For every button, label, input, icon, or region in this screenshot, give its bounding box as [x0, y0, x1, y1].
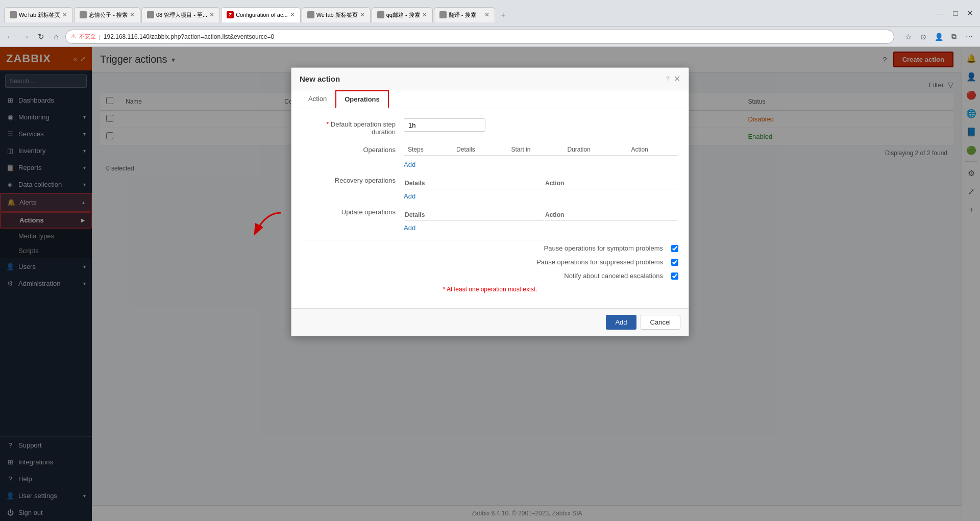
- tab-list: WeTab 新标签页 ✕ 忘情公子 - 搜索 ✕ 08 管理大项目 - 至...…: [4, 4, 510, 22]
- notify-canceled-row: Notify about canceled escalations: [302, 272, 678, 280]
- security-icon: ⚠: [71, 33, 76, 40]
- notify-canceled-checkbox[interactable]: [671, 272, 678, 280]
- update-label: Update operations: [302, 208, 404, 232]
- tab-close-icon[interactable]: ✕: [209, 11, 214, 18]
- validation-message: * At least one operation must exist.: [302, 286, 678, 293]
- col-details: Details: [452, 144, 507, 156]
- tab-favicon: [147, 11, 154, 18]
- tab-wetab-1[interactable]: WeTab 新标签页 ✕: [4, 7, 73, 22]
- tab-action[interactable]: Action: [300, 90, 335, 108]
- col-details: Details: [405, 209, 544, 221]
- back-button[interactable]: ←: [4, 31, 16, 43]
- red-arrow-annotation: [250, 210, 291, 241]
- step-duration-label: Default operation step duration: [302, 118, 404, 136]
- restore-button[interactable]: □: [949, 7, 962, 19]
- modal-body: Default operation step duration 1h Opera…: [291, 108, 689, 308]
- update-table: Details Action: [404, 208, 678, 222]
- browser-action-buttons: ☆ ⊙ 👤 ⧉ ⋯: [901, 30, 976, 43]
- tab-qq[interactable]: qq邮箱 - 搜索 ✕: [372, 7, 433, 22]
- reload-button[interactable]: ↻: [35, 31, 47, 43]
- pause-symptom-label: Pause operations for symptom problems: [467, 244, 671, 252]
- modal-overlay: New action ? ✕ Action Operations Default…: [0, 47, 980, 521]
- tab-favicon: [377, 11, 384, 18]
- update-operations-row: Update operations Details Action Add: [302, 208, 678, 232]
- pause-suppressed-label: Pause operations for suppressed problems: [467, 258, 671, 266]
- modal-help-icon[interactable]: ?: [666, 75, 670, 83]
- tab-zabbix-config[interactable]: Z Configuration of ac... ✕: [221, 7, 301, 22]
- col-steps: Steps: [404, 144, 452, 156]
- operations-add-link[interactable]: Add: [404, 161, 415, 168]
- divider: [302, 240, 678, 240]
- col-action: Action: [545, 178, 677, 189]
- recovery-operations-row: Recovery operations Details Action Add: [302, 177, 678, 200]
- recovery-add-link[interactable]: Add: [404, 192, 415, 200]
- tab-favicon: [439, 11, 447, 18]
- bookmark-button[interactable]: ⊙: [917, 30, 930, 43]
- new-tab-button[interactable]: +: [496, 8, 510, 22]
- recovery-header-row: Details Action: [405, 178, 677, 189]
- col-start-in: Start in: [507, 144, 563, 156]
- operations-row: Operations Steps Details Start in Durati…: [302, 144, 678, 168]
- tab-favicon: [307, 11, 314, 18]
- tab-label: 08 管理大项目 - 至...: [156, 11, 207, 19]
- extensions-button[interactable]: ⧉: [947, 30, 961, 43]
- pause-suppressed-row: Pause operations for suppressed problems: [302, 258, 678, 266]
- star-button[interactable]: ☆: [901, 30, 915, 43]
- tab-label: Configuration of ac...: [236, 12, 288, 18]
- tab-favicon: [10, 11, 17, 18]
- new-action-modal: New action ? ✕ Action Operations Default…: [291, 67, 689, 336]
- more-button[interactable]: ⋯: [963, 30, 976, 43]
- operations-label: Operations: [302, 144, 404, 154]
- forward-button[interactable]: →: [19, 31, 32, 43]
- update-header-row: Details Action: [405, 209, 677, 221]
- modal-add-button[interactable]: Add: [606, 315, 636, 330]
- tab-favicon: [80, 11, 87, 18]
- recovery-table: Details Action: [404, 177, 678, 190]
- modal-header: New action ? ✕: [291, 68, 689, 90]
- operations-content: Steps Details Start in Duration Action A…: [404, 144, 678, 168]
- operations-table: Steps Details Start in Duration Action: [404, 144, 678, 156]
- pause-suppressed-checkbox[interactable]: [671, 259, 678, 266]
- tab-close-icon[interactable]: ✕: [422, 11, 427, 18]
- pause-suppressed-checkbox-wrap: [671, 259, 678, 266]
- notify-canceled-label: Notify about canceled escalations: [467, 272, 671, 280]
- pause-symptom-checkbox-wrap: [671, 245, 678, 252]
- address-bar-row: ← → ↻ ⌂ ⚠ 不安全 | 192.168.116.140/zabbix.p…: [0, 27, 980, 47]
- tab-close-icon[interactable]: ✕: [62, 11, 67, 18]
- tab-close-icon[interactable]: ✕: [360, 11, 365, 18]
- address-bar[interactable]: ⚠ 不安全 | 192.168.116.140/zabbix.php?actio…: [65, 30, 894, 44]
- modal-footer: Add Cancel: [291, 308, 689, 336]
- recovery-content: Details Action Add: [404, 177, 678, 200]
- ops-header-row: Steps Details Start in Duration Action: [404, 144, 678, 156]
- tab-label: WeTab 新标签页: [316, 11, 358, 19]
- col-details: Details: [405, 178, 544, 189]
- tab-label: 翻译 - 搜索: [449, 11, 476, 19]
- tab-close-icon[interactable]: ✕: [484, 11, 489, 18]
- modal-header-actions: ? ✕: [666, 74, 680, 84]
- tab-translate[interactable]: 翻译 - 搜索 ✕: [434, 7, 495, 22]
- tab-wangqing[interactable]: 忘情公子 - 搜索 ✕: [74, 7, 140, 22]
- browser-tabs-bar: WeTab 新标签页 ✕ 忘情公子 - 搜索 ✕ 08 管理大项目 - 至...…: [0, 0, 980, 27]
- pause-symptom-checkbox[interactable]: [671, 245, 678, 252]
- tab-close-icon[interactable]: ✕: [130, 11, 135, 18]
- update-content: Details Action Add: [404, 208, 678, 232]
- tab-operations[interactable]: Operations: [335, 90, 389, 108]
- tab-wetab-2[interactable]: WeTab 新标签页 ✕: [302, 7, 371, 22]
- url-text: 192.168.116.140/zabbix.php?action=action…: [104, 33, 889, 40]
- home-button[interactable]: ⌂: [50, 31, 62, 43]
- profile-button[interactable]: 👤: [932, 30, 945, 43]
- modal-close-button[interactable]: ✕: [674, 74, 680, 84]
- update-add-link[interactable]: Add: [404, 224, 415, 232]
- minimize-button[interactable]: —: [935, 7, 947, 19]
- tab-label: WeTab 新标签页: [19, 11, 60, 19]
- tab-project[interactable]: 08 管理大项目 - 至... ✕: [141, 7, 220, 22]
- modal-cancel-button[interactable]: Cancel: [641, 315, 680, 330]
- tab-close-icon[interactable]: ✕: [290, 11, 295, 18]
- close-button[interactable]: ✕: [964, 7, 976, 19]
- security-label: 不安全: [79, 33, 96, 40]
- col-action: Action: [545, 209, 677, 221]
- tab-label: qq邮箱 - 搜索: [386, 11, 420, 19]
- step-duration-input[interactable]: 1h: [404, 118, 485, 132]
- pause-symptom-row: Pause operations for symptom problems: [302, 244, 678, 252]
- step-duration-row: Default operation step duration 1h: [302, 118, 678, 136]
